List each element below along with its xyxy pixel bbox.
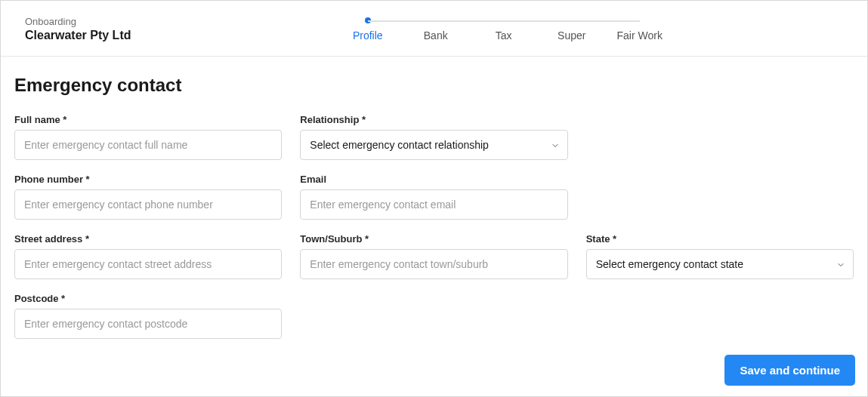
- input-phone[interactable]: [14, 189, 282, 220]
- select-relationship-value: Select emergency contact relationship: [310, 139, 489, 151]
- save-continue-button[interactable]: Save and continue: [724, 355, 855, 386]
- label-relationship: Relationship *: [300, 114, 567, 125]
- select-relationship[interactable]: Select emergency contact relationship: [300, 130, 567, 160]
- tab-tax[interactable]: Tax: [470, 17, 538, 42]
- tab-fair-work[interactable]: Fair Work: [606, 17, 674, 42]
- field-phone: Phone number *: [14, 174, 282, 220]
- field-street: Street address *: [14, 233, 282, 279]
- field-relationship: Relationship * Select emergency contact …: [300, 114, 567, 160]
- label-phone: Phone number *: [14, 174, 282, 185]
- input-full-name[interactable]: [14, 130, 282, 160]
- tab-label: Bank: [424, 29, 448, 42]
- select-state-value: Select emergency contact state: [596, 258, 743, 270]
- footer: Save and continue: [724, 355, 855, 386]
- form-grid: Full name * Relationship * Select emerge…: [14, 114, 854, 339]
- content: Emergency contact Full name * Relationsh…: [1, 57, 867, 349]
- header: Onboarding Clearwater Pty Ltd Profile Ba…: [1, 1, 867, 57]
- field-town: Town/Suburb *: [300, 233, 567, 279]
- header-left: Onboarding Clearwater Pty Ltd: [25, 16, 161, 42]
- input-email[interactable]: [300, 189, 567, 220]
- breadcrumb: Onboarding: [25, 16, 131, 27]
- page-title: Emergency contact: [14, 75, 854, 96]
- label-state: State *: [586, 233, 854, 245]
- tab-label: Super: [558, 29, 585, 42]
- app-frame: Onboarding Clearwater Pty Ltd Profile Ba…: [0, 0, 868, 397]
- label-email: Email: [300, 174, 567, 185]
- select-state[interactable]: Select emergency contact state: [586, 249, 854, 279]
- input-street[interactable]: [14, 249, 282, 279]
- tab-profile[interactable]: Profile: [334, 17, 402, 42]
- label-postcode: Postcode *: [14, 293, 282, 304]
- chevron-down-icon: [551, 141, 558, 149]
- field-email: Email: [300, 174, 567, 220]
- tab-label: Tax: [496, 29, 512, 42]
- tab-label: Fair Work: [617, 29, 663, 42]
- field-postcode: Postcode *: [14, 293, 282, 339]
- tabs-wrap: Profile Bank Tax Super: [161, 17, 846, 42]
- company-name: Clearwater Pty Ltd: [25, 29, 131, 42]
- label-town: Town/Suburb *: [300, 233, 567, 245]
- input-town[interactable]: [300, 249, 567, 279]
- progress-tabs: Profile Bank Tax Super: [334, 17, 674, 42]
- field-state: State * Select emergency contact state: [586, 233, 854, 279]
- tab-bank[interactable]: Bank: [402, 17, 470, 42]
- tab-label: Profile: [353, 29, 383, 42]
- tab-super[interactable]: Super: [538, 17, 606, 42]
- chevron-down-icon: [836, 260, 844, 268]
- field-full-name: Full name *: [14, 114, 282, 160]
- label-full-name: Full name *: [14, 114, 282, 125]
- label-street: Street address *: [14, 233, 282, 245]
- input-postcode[interactable]: [14, 309, 282, 339]
